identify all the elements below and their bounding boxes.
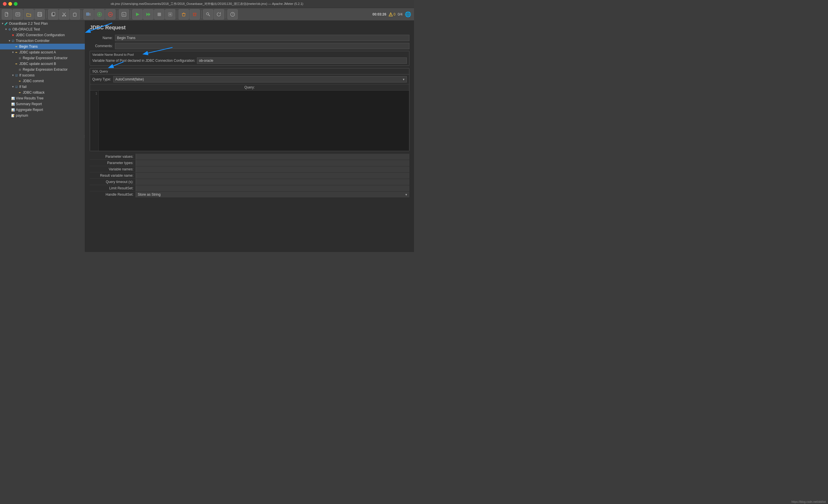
query-textarea[interactable] (98, 91, 409, 151)
cut-button[interactable] (59, 9, 69, 19)
query-editor: 1 (90, 91, 409, 151)
comments-row: Comments: (90, 43, 409, 49)
add-button[interactable] (94, 9, 105, 19)
expand-arrow-tc: ▼ (8, 39, 11, 42)
search-button[interactable] (203, 9, 213, 19)
no-expand-bt: ▶ (11, 45, 14, 48)
new-button[interactable] (2, 9, 12, 19)
no-expand-vrt: ▶ (8, 97, 11, 100)
minimize-button[interactable] (8, 2, 12, 6)
controller-icon-is: ☑ (14, 73, 18, 77)
parameter-values-input[interactable] (136, 154, 409, 159)
sidebar-item-jdbc-update-a[interactable]: ▼ ✒ JDBC update account A (0, 49, 85, 55)
reset-search-button[interactable] (214, 9, 224, 19)
stop-button[interactable] (154, 9, 164, 19)
result-variable-row: Result variable name: (90, 172, 409, 179)
variable-name-section-title: Variable Name Bound to Pool (92, 53, 407, 56)
function-helper-button[interactable]: fx (119, 9, 129, 19)
test-tree-sidebar: ▼ 🧪 OceanBase 2.2 Test Plan ▼ ⚙ OB-ORACL… (0, 21, 85, 252)
toolbar-separator-2 (82, 10, 82, 18)
sidebar-item-summary-report[interactable]: ▶ 📊 Summary Report (0, 101, 85, 107)
no-expand-jc: ▶ (15, 80, 18, 83)
expand-arrow-is: ▼ (11, 74, 14, 77)
line-numbers: 1 (90, 91, 98, 151)
sidebar-item-view-results-tree[interactable]: ▶ 📊 View Results Tree (0, 95, 85, 101)
limit-resultset-row: Limit ResultSet: (90, 185, 409, 191)
query-timeout-row: Query timeout (s): (90, 179, 409, 185)
maximize-button[interactable] (14, 2, 17, 6)
title-bar: ob.jmx (/Users/qing.mei/Documents/2018_工… (0, 0, 414, 8)
templates-button[interactable] (13, 9, 23, 19)
remote-icon: 🌐 (405, 11, 411, 17)
sidebar-item-paynum[interactable]: ▶ 📝 paynum (0, 112, 85, 119)
sampler-icon-commit: ✒ (18, 79, 22, 83)
postprocessor-icon-b: ⊞ (18, 67, 22, 72)
expand-button[interactable] (83, 9, 94, 19)
parameter-types-label: Parameter types: (90, 161, 136, 165)
query-type-select[interactable]: AutoCommit(false) Select Statement Updat… (113, 76, 407, 83)
sidebar-item-if-fail[interactable]: ▼ ☑ If fail (0, 84, 85, 90)
name-label: Name: (90, 36, 113, 40)
svg-rect-6 (38, 14, 41, 16)
parameter-types-input[interactable] (136, 160, 409, 166)
other-icon-pn: 📝 (11, 113, 15, 118)
open-button[interactable] (24, 9, 34, 19)
toolbar-status: 00:03:26 0 0/4 🌐 (373, 11, 411, 17)
shutdown-button[interactable] (165, 9, 175, 19)
sidebar-item-jdbc-commit[interactable]: ▶ ✒ JDBC commit (0, 78, 85, 84)
help-button[interactable]: ? (227, 9, 238, 19)
sidebar-item-jdbc-connection[interactable]: ▶ ✖ JDBC Connection Configuration (0, 32, 85, 38)
svg-point-38 (206, 13, 209, 15)
clear-button[interactable] (178, 9, 189, 19)
sidebar-item-transaction-controller[interactable]: ▼ ☑ Transaction Controller (0, 38, 85, 44)
paste-button[interactable] (70, 9, 80, 19)
sidebar-item-regex-b[interactable]: ▶ ⊞ Regular Expression Extractor (0, 67, 85, 73)
listener-icon-vrt: 📊 (11, 96, 15, 100)
start-no-pauses-button[interactable] (143, 9, 154, 19)
pool-label: Variable Name of Pool declared in JDBC C… (92, 59, 195, 63)
comments-input[interactable] (115, 43, 409, 49)
handle-resultset-select[interactable]: Store as String Store as Object Count Re… (136, 192, 409, 197)
query-timeout-input[interactable] (136, 179, 409, 185)
controller-icon-if: ☑ (14, 85, 18, 89)
query-type-label: Query Type: (92, 77, 111, 81)
sampler-icon-b: ✒ (14, 62, 18, 66)
svg-rect-33 (169, 13, 171, 15)
clear-all-button[interactable] (190, 9, 200, 19)
postprocessor-icon-a: ⊞ (18, 56, 22, 60)
close-button[interactable] (3, 2, 7, 6)
sidebar-item-jdbc-rollback[interactable]: ▶ ✒ JDBC rollback (0, 90, 85, 95)
sql-section-title: SQL Query (90, 68, 409, 75)
variable-names-input[interactable] (136, 166, 409, 172)
panel-title: JDBC Request (90, 25, 409, 31)
window-controls (3, 2, 17, 6)
sidebar-item-jdbc-update-b[interactable]: ▶ ✒ JDBC update account B (0, 61, 85, 67)
svg-marker-30 (148, 13, 150, 16)
sidebar-item-regex-a[interactable]: ▶ ⊞ Regular Expression Extractor (0, 55, 85, 61)
name-input[interactable] (115, 35, 409, 41)
window-title: ob.jmx (/Users/qing.mei/Documents/2018_工… (111, 2, 303, 6)
sidebar-item-aggregate-report[interactable]: ▶ 📊 Aggregate Report (0, 107, 85, 112)
sampler-icon-rollback: ✒ (18, 91, 22, 95)
query-type-row: Query Type: AutoCommit(false) Select Sta… (90, 75, 409, 85)
copy-button[interactable] (48, 9, 58, 19)
query-label: Query: (244, 85, 255, 89)
expand-arrow-if: ▼ (11, 85, 14, 88)
sidebar-item-test-plan[interactable]: ▼ 🧪 OceanBase 2.2 Test Plan (0, 21, 85, 27)
sidebar-item-if-success[interactable]: ▼ ☑ If success (0, 73, 85, 78)
result-variable-input[interactable] (136, 173, 409, 178)
save-button[interactable] (35, 9, 45, 19)
result-variable-label: Result variable name: (90, 174, 136, 178)
sidebar-item-ob-oracle[interactable]: ▼ ⚙ OB-ORACLE Test (0, 27, 85, 32)
sidebar-resize-handle[interactable]: ⋮ (83, 21, 85, 252)
pool-input[interactable] (197, 57, 407, 64)
limit-resultset-input[interactable] (136, 185, 409, 191)
start-button[interactable] (132, 9, 142, 19)
pool-row: Variable Name of Pool declared in JDBC C… (92, 57, 407, 64)
svg-rect-0 (5, 12, 8, 16)
svg-line-39 (208, 15, 210, 16)
sidebar-item-begin-trans[interactable]: ▶ ✒ Begin Trans (0, 44, 85, 49)
listener-icon-sr: 📊 (11, 102, 15, 106)
svg-text:fx: fx (123, 13, 125, 16)
remove-button[interactable] (105, 9, 116, 19)
